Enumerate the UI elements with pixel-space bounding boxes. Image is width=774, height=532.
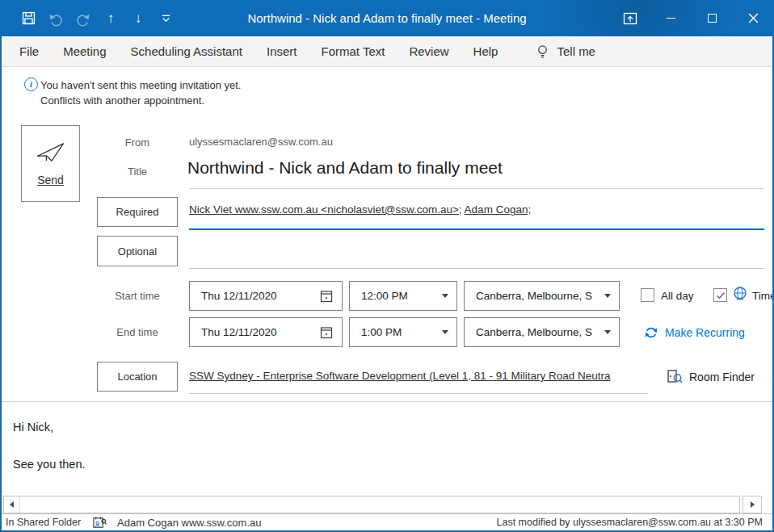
customize-qat-icon[interactable]: [155, 6, 176, 31]
quick-access-toolbar: ↑ ↓: [0, 6, 176, 31]
body-line: Hi Nick,: [13, 421, 53, 434]
infobar-line2: Conflicts with another appointment.: [40, 93, 241, 108]
time-zones-checkbox[interactable]: [713, 288, 727, 302]
from-label: From: [97, 136, 178, 149]
scrollbar-track[interactable]: [20, 496, 739, 513]
horizontal-scrollbar[interactable]: [3, 496, 740, 513]
end-date-picker[interactable]: Thu 12/11/2020: [189, 317, 343, 347]
send-button[interactable]: Send: [21, 125, 80, 202]
start-time-label: Start time: [97, 290, 178, 302]
ribbon-display-options-icon[interactable]: [609, 0, 650, 36]
window-title: Northwind - Nick and Adam to finally mee…: [247, 0, 526, 36]
make-recurring-link[interactable]: Make Recurring: [665, 326, 745, 339]
room-finder-icon: [666, 368, 684, 386]
chevron-down-icon: [604, 294, 611, 298]
chevron-down-icon: [604, 330, 611, 334]
calendar-icon: [319, 325, 334, 340]
end-timezone-dropdown[interactable]: Canberra, Melbourne, S: [464, 317, 620, 347]
save-icon[interactable]: [18, 6, 39, 31]
ribbon-tab-row: File Meeting Scheduling Assistant Insert…: [2, 36, 772, 67]
undo-icon[interactable]: [45, 6, 66, 31]
tab-review[interactable]: Review: [397, 36, 461, 67]
recipient-link[interactable]: Nick Viet www.ssw.com.au <nicholasviet@s…: [189, 203, 459, 216]
title-value[interactable]: Northwind - Nick and Adam to finally mee…: [187, 158, 503, 178]
start-date-picker[interactable]: Thu 12/11/2020: [189, 281, 343, 311]
info-icon: i: [24, 77, 38, 91]
recipient-separator: ;: [459, 203, 465, 216]
recipient-link[interactable]: Adam Cogan: [465, 203, 528, 216]
tab-meeting[interactable]: Meeting: [51, 36, 118, 67]
optional-button[interactable]: Optional: [97, 236, 178, 266]
tab-help[interactable]: Help: [461, 36, 511, 67]
scroll-left-icon[interactable]: [4, 496, 20, 513]
calendar-owner: Adam Cogan www.ssw.com.au: [117, 517, 261, 529]
end-date-value: Thu 12/11/2020: [201, 326, 319, 338]
all-day-label[interactable]: All day: [661, 290, 694, 302]
shared-calendar-owner-icon: [92, 515, 107, 530]
end-time-label: End time: [97, 326, 178, 338]
send-icon: [35, 140, 67, 164]
close-icon[interactable]: [733, 0, 774, 36]
optional-field-underline[interactable]: [189, 268, 764, 269]
end-timezone-value: Canberra, Melbourne, S: [476, 326, 598, 338]
move-up-icon[interactable]: ↑: [100, 6, 121, 31]
chevron-down-icon: [442, 330, 448, 334]
scroll-right-icon[interactable]: [742, 496, 762, 513]
start-timezone-dropdown[interactable]: Canberra, Melbourne, S: [464, 281, 620, 311]
start-time-value: 12:00 PM: [361, 290, 435, 302]
tell-me-label: Tell me: [557, 44, 595, 58]
maximize-icon[interactable]: [692, 0, 733, 36]
time-zones-label[interactable]: Time zones: [752, 290, 774, 302]
title-label: Title: [97, 165, 178, 178]
location-value[interactable]: SSW Sydney - Enterprise Software Develop…: [189, 370, 648, 382]
tab-file[interactable]: File: [7, 36, 51, 67]
location-button[interactable]: Location: [97, 362, 178, 392]
location-field-underline: [189, 393, 648, 394]
infobar-text: You haven't sent this meeting invitation…: [40, 77, 241, 108]
tab-insert[interactable]: Insert: [254, 36, 309, 67]
caption-controls: [609, 0, 774, 36]
send-label: Send: [37, 174, 64, 186]
required-button[interactable]: Required: [97, 197, 178, 227]
redo-icon[interactable]: [73, 6, 94, 31]
from-value[interactable]: ulyssesmaclaren@ssw.com.au: [189, 136, 333, 148]
end-time-dropdown[interactable]: 1:00 PM: [349, 317, 457, 347]
titlebar: ↑ ↓ Northwind - Nick and Adam to finally…: [0, 0, 774, 36]
body-line: See you then.: [13, 458, 86, 471]
minimize-icon[interactable]: [650, 0, 692, 36]
room-finder-button[interactable]: Room Finder: [689, 371, 755, 383]
meeting-window: ↑ ↓ Northwind - Nick and Adam to finally…: [0, 0, 774, 532]
tell-me[interactable]: Tell me: [536, 44, 595, 60]
start-time-dropdown[interactable]: 12:00 PM: [349, 281, 457, 311]
start-timezone-value: Canberra, Melbourne, S: [476, 290, 598, 302]
recipient-separator: ;: [528, 203, 531, 216]
lightbulb-icon: [536, 44, 549, 60]
all-day-checkbox[interactable]: [641, 288, 654, 302]
end-time-value: 1:00 PM: [361, 326, 435, 338]
required-field-focus-underline: [189, 228, 764, 230]
move-down-icon[interactable]: ↓: [128, 6, 149, 31]
tab-format-text[interactable]: Format Text: [309, 36, 397, 67]
calendar-icon: [319, 289, 334, 304]
title-underline: [189, 188, 764, 189]
globe-icon: [731, 285, 749, 303]
shared-folder-status: In Shared Folder: [6, 517, 81, 528]
statusbar: In Shared Folder Adam Cogan www.ssw.com.…: [2, 513, 772, 530]
start-date-value: Thu 12/11/2020: [201, 290, 319, 302]
recurring-icon: [643, 325, 659, 341]
message-body-editor[interactable]: Hi Nick, See you then.: [2, 402, 772, 496]
required-recipients: Nick Viet www.ssw.com.au <nicholasviet@s…: [189, 203, 531, 216]
chevron-down-icon: [442, 294, 448, 298]
last-modified-status: Last modified by ulyssesmaclaren@ssw.com…: [497, 517, 763, 528]
tab-scheduling-assistant[interactable]: Scheduling Assistant: [119, 36, 254, 67]
infobar-line1: You haven't sent this meeting invitation…: [40, 77, 241, 93]
